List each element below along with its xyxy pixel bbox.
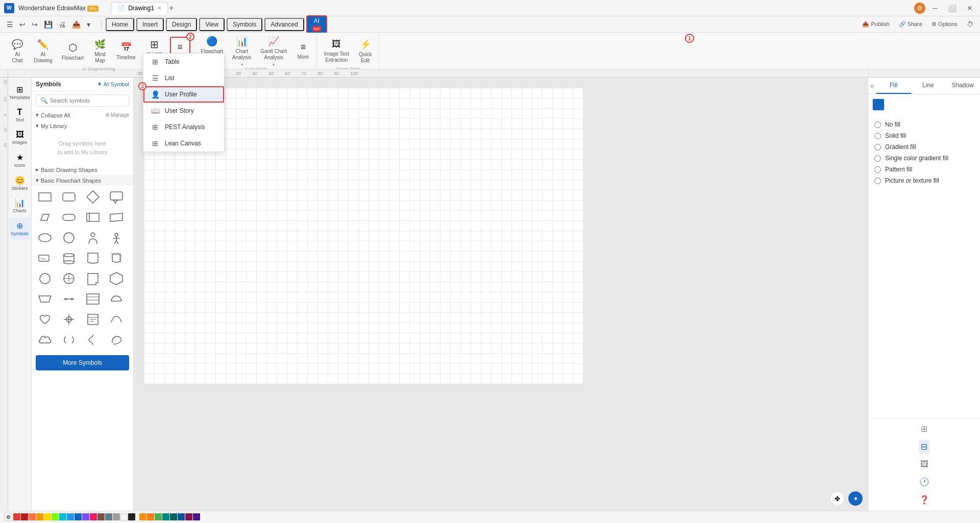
shape-heart[interactable] bbox=[36, 310, 54, 329]
tab-drawing1[interactable]: 📄 Drawing1 ✕ bbox=[111, 2, 168, 14]
color-grey[interactable] bbox=[113, 513, 120, 520]
ai-symbol-btn[interactable]: ✦ AI Symbol bbox=[97, 81, 129, 88]
shape-bracket[interactable] bbox=[60, 331, 78, 349]
restore-button[interactable]: ⬜ bbox=[945, 3, 960, 13]
fill-single-gradient[interactable]: Single color gradient fill bbox=[874, 155, 974, 162]
right-nav-panel[interactable]: ⊟ bbox=[919, 440, 929, 454]
shape-note2[interactable] bbox=[84, 310, 102, 329]
shape-cloud[interactable] bbox=[36, 331, 54, 349]
image-text-btn[interactable]: 🖼 Image TextExtraction bbox=[320, 36, 353, 66]
undo-btn[interactable]: ↩ bbox=[17, 19, 28, 30]
shape-note[interactable] bbox=[84, 269, 102, 288]
shape-stadium[interactable] bbox=[60, 208, 78, 227]
menu-design[interactable]: Design bbox=[166, 18, 197, 31]
more2-btn[interactable]: ≡ More bbox=[292, 36, 314, 66]
right-nav-home[interactable]: ⊞ bbox=[919, 422, 929, 436]
symbols-btn[interactable]: ⊕ Symbols bbox=[10, 218, 30, 240]
menu-advanced[interactable]: Advanced bbox=[264, 18, 304, 31]
dropdown-table[interactable]: ⊞ Table bbox=[143, 54, 224, 70]
right-nav-history[interactable]: 🕐 bbox=[917, 475, 932, 489]
shape-cylinder[interactable] bbox=[60, 249, 78, 267]
color-yellow[interactable] bbox=[44, 513, 51, 520]
shape-cross-hair[interactable] bbox=[60, 310, 78, 329]
shape-manual[interactable] bbox=[107, 208, 126, 227]
shape-hexagon[interactable] bbox=[107, 269, 126, 288]
color-red[interactable] bbox=[13, 513, 20, 520]
fill-gradient[interactable]: Gradient fill bbox=[874, 143, 974, 151]
print-btn[interactable]: 🖨 bbox=[56, 19, 68, 30]
basic-drawing-header[interactable]: ▸ Basic Drawing Shapes bbox=[32, 164, 133, 175]
tab-add-button[interactable]: + bbox=[169, 4, 174, 13]
canvas-add-btn[interactable]: ✦ bbox=[848, 491, 863, 506]
close-button[interactable]: ✕ bbox=[964, 3, 976, 13]
text-btn[interactable]: T Text bbox=[10, 105, 30, 126]
right-nav-image[interactable]: 🖼 bbox=[918, 458, 930, 471]
search-input[interactable] bbox=[50, 97, 125, 104]
collapse-header[interactable]: ▾ Collapse All ⚙ Manage bbox=[32, 110, 133, 120]
tab-close[interactable]: ✕ bbox=[157, 5, 161, 11]
tab-shadow[interactable]: Shadow bbox=[945, 78, 980, 94]
shape-internal[interactable] bbox=[84, 208, 102, 227]
color-amber2[interactable] bbox=[147, 513, 154, 520]
dropdown-user-story[interactable]: 📖 User Story bbox=[143, 103, 224, 119]
manage-btn[interactable]: ⚙ Manage bbox=[105, 112, 129, 118]
shape-line[interactable] bbox=[60, 290, 78, 308]
templates-btn[interactable]: ⊞ Templates bbox=[10, 82, 30, 104]
color-cyan[interactable] bbox=[59, 513, 66, 520]
shape-ellipse[interactable] bbox=[36, 229, 54, 247]
color-darkpurple[interactable] bbox=[193, 513, 200, 520]
more-symbols-btn[interactable]: More Symbols bbox=[36, 355, 129, 370]
share-btn[interactable]: 🔗 Share bbox=[896, 19, 925, 29]
export-btn[interactable]: 📤 bbox=[69, 19, 83, 30]
charts-btn[interactable]: 📊 Charts bbox=[10, 195, 30, 217]
color-bluegrey[interactable] bbox=[105, 513, 112, 520]
shape-rect[interactable] bbox=[36, 188, 54, 206]
shape-circle2[interactable] bbox=[36, 269, 54, 288]
shape-curved[interactable] bbox=[107, 310, 126, 329]
fill-none-radio[interactable] bbox=[874, 121, 881, 128]
fill-color-swatch[interactable] bbox=[872, 98, 885, 111]
menu-view[interactable]: View bbox=[199, 18, 225, 31]
color-edit-btn[interactable]: ⚙ bbox=[4, 513, 12, 521]
shape-semicircle[interactable] bbox=[107, 290, 126, 308]
shape-doc[interactable] bbox=[84, 249, 102, 267]
shape-brace[interactable] bbox=[84, 331, 102, 349]
stickers-btn[interactable]: 😊 Stickers bbox=[10, 172, 30, 194]
color-darkteal[interactable] bbox=[170, 513, 177, 520]
color-pink[interactable] bbox=[90, 513, 97, 520]
shape-person[interactable] bbox=[84, 229, 102, 247]
redo-btn[interactable]: ↪ bbox=[29, 19, 40, 30]
collapse-sidebar-btn[interactable]: ☰ bbox=[4, 19, 16, 30]
canvas-settings-btn[interactable]: ✤ bbox=[830, 491, 844, 506]
color-black[interactable] bbox=[128, 513, 135, 520]
shape-parallelogram[interactable] bbox=[36, 208, 54, 227]
shape-actor[interactable] bbox=[107, 229, 126, 247]
shape-multidoc[interactable] bbox=[107, 249, 126, 267]
color-lightgreen[interactable] bbox=[52, 513, 59, 520]
menu-insert[interactable]: Insert bbox=[136, 18, 164, 31]
shape-trapezoid[interactable] bbox=[36, 290, 54, 308]
fill-single-gradient-radio[interactable] bbox=[874, 155, 881, 162]
shape-list-box[interactable] bbox=[84, 290, 102, 308]
menu-symbols[interactable]: Symbols bbox=[227, 18, 262, 31]
help-btn[interactable]: ⏱ bbox=[964, 19, 976, 30]
color-orange[interactable] bbox=[36, 513, 43, 520]
dropdown-list[interactable]: ☰ List bbox=[143, 70, 224, 86]
mind-map-btn[interactable]: 🌿 MindMap bbox=[89, 36, 111, 66]
save-btn[interactable]: 💾 bbox=[41, 19, 55, 30]
color-amber[interactable] bbox=[139, 513, 146, 520]
color-deeporange[interactable] bbox=[29, 513, 36, 520]
my-library-header[interactable]: ▾ My Library bbox=[32, 120, 133, 131]
shape-rounded-rect[interactable] bbox=[60, 188, 78, 206]
right-nav-help[interactable]: ❓ bbox=[917, 493, 932, 507]
publish-btn[interactable]: 📤 Publish bbox=[860, 19, 892, 29]
color-white[interactable] bbox=[120, 513, 128, 520]
dropdown-pest[interactable]: ⊞ PEST Analysis bbox=[143, 119, 224, 135]
color-teal[interactable] bbox=[162, 513, 169, 520]
color-purple[interactable] bbox=[82, 513, 89, 520]
shape-callout[interactable] bbox=[107, 188, 126, 206]
fill-pattern-radio[interactable] bbox=[874, 166, 881, 173]
timeline-btn[interactable]: 📅 Timeline bbox=[112, 36, 139, 66]
ai-chat-btn[interactable]: 💬 AIChat bbox=[6, 36, 29, 66]
tab-fill[interactable]: Fill bbox=[876, 78, 911, 94]
